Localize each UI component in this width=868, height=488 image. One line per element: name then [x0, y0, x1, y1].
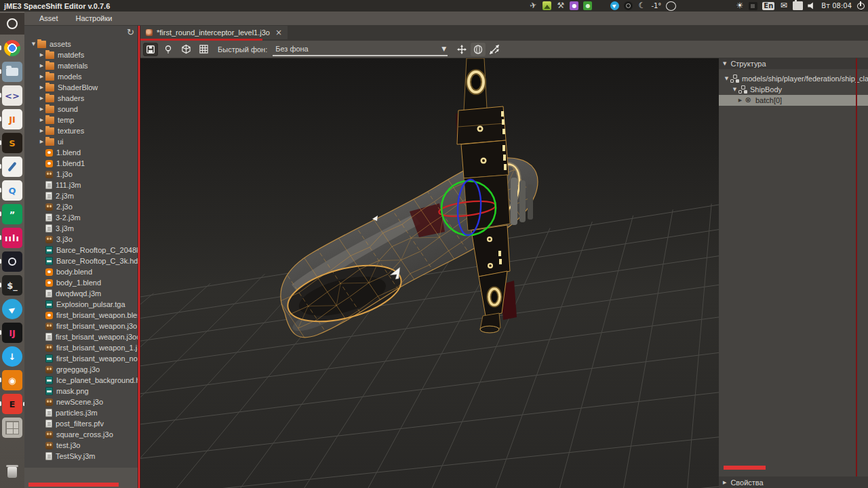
expand-arrow-icon[interactable]: ▶ [38, 82, 45, 93]
tree-item[interactable]: ▶ sound [24, 104, 138, 115]
wireframe-toggle-button[interactable] [178, 43, 193, 56]
network-graph[interactable] [708, 1, 717, 11]
structure-node[interactable]: ▼ models/ship/player/federation/ship_cla… [719, 73, 868, 84]
tree-item[interactable]: first_brisant_weapon.blend [24, 310, 138, 321]
expand-arrow-icon[interactable]: ▶ [38, 49, 45, 60]
moon-icon[interactable]: ☾ [637, 1, 646, 11]
structure-horizontal-scrollbar[interactable] [724, 466, 766, 470]
tree-item[interactable]: post_filters.pfv [24, 418, 138, 429]
tree-item[interactable]: Ice_planet_background.hdr [24, 375, 138, 386]
light-toggle-button[interactable] [161, 43, 176, 56]
tree-item[interactable]: 3.j3o [24, 234, 138, 245]
refresh-assets-icon[interactable]: ↻ [127, 27, 134, 37]
tree-item[interactable]: 111.j3m [24, 180, 138, 190]
expand-arrow-icon[interactable]: ▶ [38, 125, 45, 136]
volume-icon[interactable] [808, 1, 816, 10]
mail-icon[interactable]: ✉ [779, 1, 788, 11]
menu-item[interactable]: Настройки [68, 14, 121, 22]
tool-icon[interactable]: ⚒ [556, 1, 565, 11]
tree-item[interactable]: first_brisant_weapon.j3o [24, 321, 138, 331]
chrome-icon[interactable] [597, 1, 606, 11]
tree-item[interactable]: grgeggag.j3o [24, 364, 138, 375]
tree-item[interactable]: 1.blend [24, 147, 138, 158]
save-button[interactable] [143, 43, 158, 56]
expand-arrow-icon[interactable]: ▶ [736, 95, 744, 106]
tree-item[interactable]: ▶ textures [24, 125, 138, 136]
pen-app[interactable] [2, 157, 22, 177]
tree-item[interactable]: body.blend [24, 266, 138, 277]
expand-arrow-icon[interactable]: ▶ [38, 115, 45, 125]
file-manager[interactable] [2, 62, 22, 82]
tree-item[interactable]: ▶ models [24, 71, 138, 82]
tree-item[interactable]: TestSky.j3m [24, 451, 138, 462]
tree-item[interactable]: 3.j3m [24, 223, 138, 234]
structure-panel-header[interactable]: ▼ Структура [719, 58, 868, 69]
ubuntu-dash[interactable] [0, 13, 24, 35]
downloads[interactable]: ↓ [2, 346, 22, 367]
keyboard-layout[interactable]: En [762, 2, 774, 10]
structure-vertical-scrollbar[interactable] [856, 58, 857, 476]
disk-graph[interactable] [722, 1, 730, 11]
tree-item[interactable]: 2.j3m [24, 190, 138, 201]
tree-item[interactable]: square_cross.j3o [24, 429, 138, 440]
battery-icon[interactable] [793, 1, 803, 10]
tree-item[interactable]: particles.j3m [24, 407, 138, 418]
brightness-icon[interactable]: ☀ [735, 1, 744, 11]
viewport-3d-scene[interactable] [140, 58, 719, 488]
music-app[interactable]: ıılı [2, 228, 22, 248]
tree-item[interactable]: newScene.j3o [24, 396, 138, 407]
terminal[interactable]: $_ [2, 275, 22, 296]
tree-item[interactable]: 1.j3o [24, 169, 138, 180]
tree-item[interactable]: mask.png [24, 386, 138, 396]
tree-item[interactable]: body_1.blend [24, 277, 138, 288]
expand-arrow-icon[interactable]: ▶ [38, 71, 45, 82]
expand-arrow-icon[interactable]: ▶ [38, 136, 45, 147]
move-tool-button[interactable] [454, 43, 469, 56]
menu-item[interactable]: Asset [31, 14, 66, 22]
tree-item[interactable]: first_brisant_weapon_1.j3o [24, 342, 138, 353]
asset-tree-horizontal-scrollbar[interactable] [24, 468, 138, 488]
tree-item[interactable]: ▶ materials [24, 60, 138, 71]
temperature[interactable]: -1° [651, 1, 661, 11]
fast-background-select[interactable]: Без фона ▼ [273, 43, 448, 56]
expand-arrow-icon[interactable]: ▶ [38, 93, 45, 104]
blender[interactable]: ◉ [2, 370, 22, 390]
trash[interactable] [2, 462, 22, 483]
workspace-switcher[interactable] [2, 418, 22, 438]
tree-item[interactable]: first_brisant_weapon_normal [24, 353, 138, 364]
cpu-graph[interactable] [681, 1, 690, 11]
ghost-app-icon[interactable]: ● [570, 1, 578, 10]
intellij-idea[interactable]: IJ [2, 323, 22, 343]
hangouts[interactable]: ” [2, 204, 22, 224]
tree-item[interactable]: 3-2.j3m [24, 212, 138, 223]
memory-graph[interactable] [694, 1, 703, 11]
tab-scene-file[interactable]: *first_round_interceptor_level1.j3o × [140, 26, 288, 39]
expand-arrow-icon[interactable]: ▼ [731, 84, 738, 95]
expand-arrow-icon[interactable]: ▶ [38, 104, 45, 115]
clock[interactable]: Вт 08:04 [821, 1, 852, 11]
tree-item[interactable]: test.j3o [24, 440, 138, 451]
expand-arrow-icon[interactable]: ▼ [30, 39, 37, 49]
code-editor[interactable]: <> [2, 85, 22, 106]
tree-item[interactable]: ▶ shaders [24, 93, 138, 104]
jetbrains-toolbox[interactable]: JI [2, 109, 22, 129]
sublime-text[interactable]: S [2, 133, 22, 153]
steam[interactable] [2, 251, 22, 272]
tree-item[interactable]: first_brisant_weapon.j3odata [24, 331, 138, 342]
telegram-icon[interactable]: ▶ [610, 1, 619, 10]
grid-toggle-button[interactable] [196, 43, 211, 56]
tree-item[interactable]: dwqdwqd.j3m [24, 288, 138, 299]
tree-item[interactable]: Barce_Rooftop_C_3k.hdr [24, 256, 138, 266]
chrome[interactable] [2, 38, 22, 58]
expand-arrow-icon[interactable]: ▼ [723, 73, 730, 84]
eye-icon[interactable] [624, 1, 633, 10]
e-app[interactable]: E [2, 394, 22, 414]
properties-panel-header[interactable]: ▶ Свойства [719, 476, 868, 488]
tree-item[interactable]: 1.blend1 [24, 158, 138, 169]
paper-plane-icon[interactable]: ✈ [528, 0, 539, 12]
chat-app[interactable]: Q [2, 180, 22, 201]
structure-node[interactable]: ▶ ⊗ batch[0] [719, 95, 868, 106]
tree-item[interactable]: ▶ matdefs [24, 49, 138, 60]
tab-close-icon[interactable]: × [274, 28, 282, 37]
image-viewer-icon[interactable] [542, 1, 551, 10]
